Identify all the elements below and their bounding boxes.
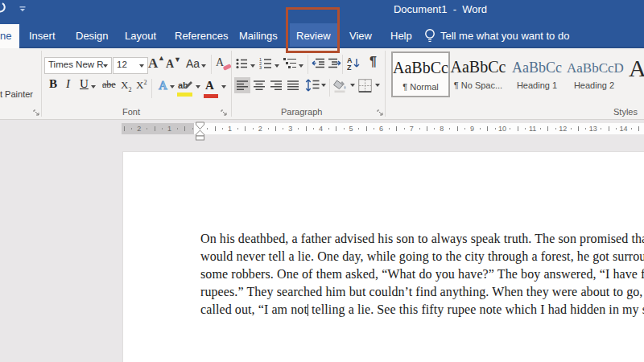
svg-text:3: 3 <box>259 65 262 69</box>
svg-text:A: A <box>159 79 167 92</box>
svg-text:Z: Z <box>347 64 352 70</box>
